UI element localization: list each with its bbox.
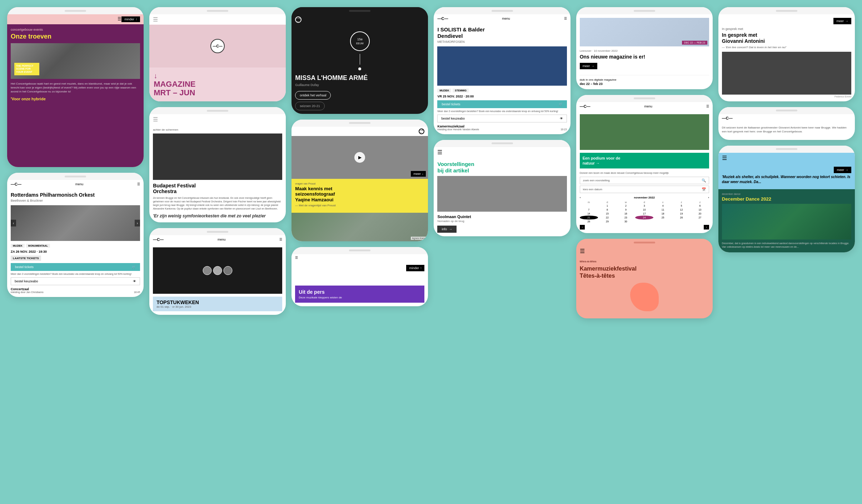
cal-week-4: 21 22 23 24 25 26 27 [580, 216, 709, 220]
day-empty-3 [654, 220, 672, 223]
day-25[interactable]: 25 [654, 216, 672, 220]
cal-next[interactable]: › [708, 196, 709, 199]
day-23[interactable]: 23 [617, 216, 635, 220]
phone4-inner: I SOLISTI & Balder Dendievel METAMORFOSE… [434, 23, 570, 134]
meer-button-16[interactable]: meer → [834, 167, 851, 173]
menu-7[interactable]: menu [75, 182, 84, 186]
meer-button-14[interactable]: minder ↑ [406, 265, 424, 271]
day-4[interactable]: 4 [654, 204, 672, 208]
day-22[interactable]: 22 [598, 216, 617, 220]
bestel-button-7[interactable]: bestel tickets 🛒 [11, 263, 140, 271]
hamburger-15[interactable]: ☰ [580, 248, 585, 254]
phone9-yellow: vragen van Proust Maak kennis met seizoe… [292, 179, 428, 213]
day-2[interactable]: 2 [617, 204, 635, 208]
day-20[interactable]: 20 [691, 212, 709, 216]
hamburger-13[interactable]: ☰ [279, 238, 282, 241]
menu-4[interactable]: menu [502, 17, 510, 20]
logo-circle-3: —C— [295, 16, 302, 23]
cal-nav-prev[interactable]: ‹ [580, 225, 585, 230]
hamburger-7[interactable]: ☰ [137, 182, 140, 186]
keuze-button-7[interactable]: bestel keuzeabo 👁 [11, 277, 140, 285]
hamburger-14[interactable]: ☰ [295, 256, 298, 259]
dec-tag: december dance [722, 193, 851, 195]
day-14[interactable]: 14 [580, 212, 598, 216]
notch-bar-12 [776, 110, 797, 111]
season-button[interactable]: seizoen 20-21 [295, 102, 325, 110]
day-8[interactable]: 8 [598, 208, 617, 212]
meer-button-6[interactable]: meer → [833, 18, 851, 24]
phone-header-4: —C— menu ☰ [434, 14, 570, 23]
phone7-inner: Rotterdams Philharmonisch Orkest Beethov… [7, 188, 144, 297]
phone7-inleiding: inleiding door Jan Christiaens 18:45 [11, 291, 140, 293]
day-18[interactable]: 18 [654, 212, 672, 216]
phone-notch-7 [7, 173, 144, 180]
phone-leesvoer: DEC 22 — FEB 23 Leesvoer · 10 november 2… [576, 7, 713, 89]
minder-button[interactable]: minder ↑ [121, 16, 140, 22]
day-26[interactable]: 26 [672, 216, 691, 220]
day-3[interactable]: 3 [635, 204, 653, 208]
hamburger-16[interactable]: ☰ [722, 155, 727, 161]
keuze-button-4[interactable]: bestel keuzeabo 👁 [437, 115, 567, 122]
day-12[interactable]: 12 [672, 208, 691, 212]
arrow-down-2: ↓ [154, 72, 281, 80]
day-21-today[interactable]: 21 [580, 216, 598, 220]
hamburger-10[interactable]: ☰ [437, 149, 442, 155]
day-empty-2 [635, 220, 653, 223]
bestel-label-7: bestel tickets [15, 265, 34, 269]
menu-11[interactable]: menu [644, 105, 652, 108]
day-28[interactable]: 28 [580, 220, 598, 223]
day-9[interactable]: 9 [617, 208, 635, 212]
phone14-inner: minder ↑ Uit de pers Deze muzikale klepp… [292, 261, 428, 306]
cal-nav-next[interactable]: › [704, 225, 709, 230]
day-30[interactable]: 30 [617, 220, 635, 223]
day-1[interactable]: 1 [598, 204, 617, 208]
hamburger-4[interactable]: ☰ [564, 17, 567, 20]
day-11[interactable]: 11 [654, 208, 672, 212]
keuze-label-7: bestel keuzeabo [15, 279, 38, 283]
cal-week-5: 28 29 30 [580, 220, 709, 223]
phone3-header: —C— [292, 14, 428, 25]
bestel-button-4[interactable]: bestel tickets 🛒 [437, 100, 567, 108]
day-6[interactable]: 6 [691, 204, 709, 208]
calendar: ‹ november 2022 › m d w d v z z [580, 196, 709, 230]
info-button[interactable]: info → [437, 226, 457, 233]
phone12-header: —C— [718, 114, 855, 122]
hamburger-2[interactable]: ☰ [153, 16, 158, 23]
hamburger-11[interactable]: ☰ [706, 105, 709, 108]
day-10[interactable]: 10 [635, 208, 653, 212]
phone10-show-sub: Nomaden op de brug [437, 220, 567, 223]
day-19[interactable]: 19 [672, 212, 691, 216]
day-16[interactable]: 16 [617, 212, 635, 216]
time-7: 18:45 [134, 291, 140, 293]
day-29[interactable]: 29 [598, 220, 617, 223]
topstuk-people [203, 266, 233, 275]
day-24-selected[interactable]: 24 [635, 216, 653, 220]
day-7[interactable]: 7 [580, 208, 598, 212]
menu-13[interactable]: menu [218, 238, 226, 241]
hamburger-8[interactable]: ☰ [153, 116, 158, 123]
day-27[interactable]: 27 [691, 216, 709, 220]
day-15[interactable]: 15 [598, 212, 617, 216]
hamburger-icon-1[interactable]: ☰ [118, 16, 121, 22]
nav-right-7[interactable]: › [135, 220, 140, 226]
tag-monumentaal: MONUMENTAAL [26, 244, 50, 248]
phone9-tag: vragen van Proust [295, 182, 424, 185]
cal-navigation: ‹ › [580, 225, 709, 230]
notch-bar-14 [349, 250, 370, 251]
cal-day-headers: m d w d v z z [580, 201, 709, 204]
discover-button[interactable]: ontdek het verhaal [295, 91, 331, 100]
meer-button-9[interactable]: meer ↓ [411, 171, 426, 177]
day-5[interactable]: 5 [672, 204, 691, 208]
phone7-title: Rotterdams Philharmonisch Orkest [11, 192, 140, 198]
date-row[interactable]: kies een datum 📅 [580, 186, 709, 193]
play-button-9[interactable]: ▶ [354, 152, 365, 163]
nav-left-7[interactable]: ‹ [11, 220, 16, 226]
phone-magazine: ☰ —C— ↓ MAGAZINE MRT – JUN [149, 7, 286, 101]
search-row[interactable]: zoek een voorstelling 🔍 [580, 177, 709, 184]
cal-prev[interactable]: ‹ [580, 196, 581, 199]
arrow-right-6: → [845, 19, 848, 23]
meer-button-5[interactable]: meer → [580, 63, 598, 69]
phone2-header: ☰ [149, 14, 286, 25]
day-17[interactable]: 17 [635, 212, 653, 216]
day-13[interactable]: 13 [691, 208, 709, 212]
